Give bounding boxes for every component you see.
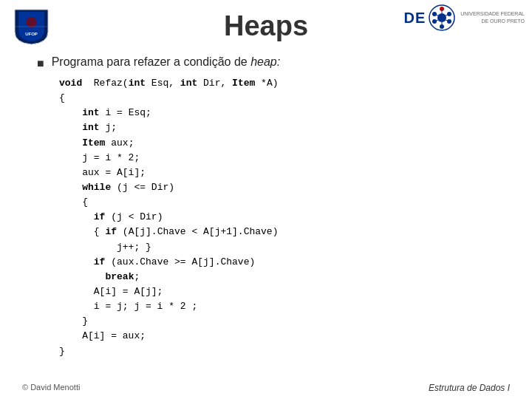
code-line: if (j < Dir) (59, 210, 510, 225)
slide: UFOP Heaps DE (0, 0, 532, 399)
code-line: { (59, 91, 510, 106)
decom-logo: DE (403, 4, 456, 32)
logo-left: UFOP (11, 6, 52, 47)
code-line: A[i] = A[j]; (59, 284, 510, 299)
bullet-item: ■ Programa para refazer a condição de he… (37, 55, 510, 70)
code-line: Item aux; (59, 136, 510, 151)
code-line: j++; } (59, 240, 510, 255)
footer-copyright: © David Menotti (22, 383, 80, 393)
svg-text:UFOP: UFOP (25, 32, 38, 36)
code-line: } (59, 344, 510, 359)
code-line: void Refaz(int Esq, int Dir, Item *A) (59, 76, 510, 91)
header: UFOP Heaps DE (0, 0, 532, 52)
bullet-marker: ■ (37, 57, 44, 70)
code-line: int j; (59, 120, 510, 135)
decom-icon (428, 4, 456, 32)
code-line: int i = Esq; (59, 106, 510, 120)
code-line: break; (59, 270, 510, 284)
logo-right: DE (403, 4, 525, 32)
code-line: { (59, 195, 510, 210)
footer: © David Menotti Estrutura de Dados I (0, 383, 532, 393)
ufop-shield-icon: UFOP (11, 6, 52, 47)
decom-text: DE (403, 10, 426, 27)
code-block: void Refaz(int Esq, int Dir, Item *A) { … (59, 76, 510, 359)
code-line: } (59, 314, 510, 329)
ufop-subtitle: UNIVERSIDADE FEDERALDE OURO PRETO (460, 10, 525, 25)
page-title: Heaps (224, 10, 308, 42)
footer-course: Estrutura de Dados I (429, 383, 510, 393)
code-line: j = i * 2; (59, 151, 510, 166)
code-line: A[i] = aux; (59, 329, 510, 344)
code-line: while (j <= Dir) (59, 180, 510, 195)
code-line: i = j; j = i * 2 ; (59, 299, 510, 314)
svg-point-5 (437, 13, 446, 22)
code-line: { if (A[j].Chave < A[j+1].Chave) (59, 225, 510, 239)
svg-point-1 (27, 17, 37, 27)
code-line: if (aux.Chave >= A[j].Chave) (59, 255, 510, 270)
code-line: aux = A[i]; (59, 166, 510, 180)
content-area: ■ Programa para refazer a condição de he… (0, 52, 532, 363)
bullet-text: Programa para refazer a condição de heap… (52, 55, 281, 69)
